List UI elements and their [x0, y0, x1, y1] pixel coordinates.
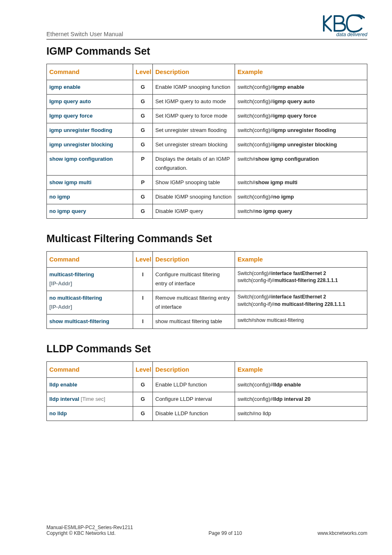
cell-description: Set unregister stream flooding — [153, 123, 235, 137]
cell-example: Switch(config)#interface fastEthernet 2s… — [235, 291, 367, 314]
cell-command: show igmp multi — [47, 176, 133, 190]
cell-command: no lldp — [47, 407, 133, 421]
cell-description: show multicast filtering table — [153, 314, 235, 329]
igmp-commands-table: Command Level Description Example igmp e… — [46, 64, 367, 219]
cell-command: Igmp query force — [47, 109, 133, 123]
cell-command: no igmp query — [47, 204, 133, 219]
logo-tagline: data delivered — [337, 32, 367, 37]
cell-command: igmp unregister flooding — [47, 123, 133, 137]
cell-level: I — [133, 314, 153, 329]
cell-level: P — [133, 176, 153, 190]
col-level: Level — [133, 252, 153, 268]
table-header-row: Command Level Description Example — [47, 362, 367, 378]
cell-level: G — [133, 80, 153, 94]
cell-command: lldp interval [Time sec] — [47, 392, 133, 407]
footer-page: Page 99 of 110 — [133, 525, 318, 536]
cell-description: Show IGMP snooping table — [153, 176, 235, 190]
cell-description: Enable LLDP function — [153, 377, 235, 392]
footer-left: Manual-ESML8P-PC2_Series-Rev1211 Copyrig… — [46, 525, 133, 536]
cell-command: Igmp query auto — [47, 94, 133, 109]
cell-example: switch(config)#igmp unregister flooding — [235, 123, 367, 137]
section-heading-mcast: Multicast Filtering Commands Set — [46, 233, 367, 245]
cell-level: I — [133, 267, 153, 291]
footer-copyright: Copyright © KBC Networks Ltd. — [46, 530, 115, 536]
cell-level: G — [133, 407, 153, 421]
cell-command: show igmp configuration — [47, 152, 133, 175]
table-row: no igmp queryGDisable IGMP queryswitch#n… — [47, 204, 367, 219]
cell-example: switch(config)#igmp query force — [235, 109, 367, 123]
cell-description: Disable IGMP query — [153, 204, 235, 219]
cell-description: Set IGMP query to force mode — [153, 109, 235, 123]
cell-level: G — [133, 392, 153, 407]
cell-description: Configure LLDP interval — [153, 392, 235, 407]
table-row: multicast-filtering[IP-Addr]IConfigure m… — [47, 267, 367, 291]
page-header: Ethernet Switch User Manual data deliver… — [46, 14, 367, 39]
table-row: igmp unregister blockingGSet unregister … — [47, 137, 367, 152]
cell-level: G — [133, 137, 153, 152]
cell-example: switch#show multicast-filtering — [235, 314, 367, 329]
table-row: igmp enableGEnable IGMP snooping functio… — [47, 80, 367, 94]
col-example: Example — [235, 252, 367, 268]
cell-example: switch(config)#igmp unregister blocking — [235, 137, 367, 152]
cell-example: switch#no igmp query — [235, 204, 367, 219]
cell-description: Set IGMP query to auto mode — [153, 94, 235, 109]
cell-level: G — [133, 109, 153, 123]
cell-description: Configure multicast filtering entry of i… — [153, 267, 235, 291]
table-row: no lldpGDisable LLDP functionswitch#no l… — [47, 407, 367, 421]
cell-description: Remove multicast filtering entry of inte… — [153, 291, 235, 314]
page-footer: Manual-ESML8P-PC2_Series-Rev1211 Copyrig… — [46, 525, 367, 536]
cell-example: switch#show igmp configuration — [235, 152, 367, 175]
footer-url: www.kbcnetworks.com — [318, 525, 367, 536]
section-heading-igmp: IGMP Commands Set — [46, 45, 367, 57]
table-row: no multicast-filtering[IP-Addr]IRemove m… — [47, 291, 367, 314]
col-command: Command — [47, 252, 133, 268]
cell-level: G — [133, 204, 153, 219]
mcast-commands-table: Command Level Description Example multic… — [46, 251, 367, 329]
cell-description: Displays the details of an IGMP configur… — [153, 152, 235, 175]
col-description: Description — [153, 362, 235, 378]
cell-description: Disable LLDP function — [153, 407, 235, 421]
cell-command: lldp enable — [47, 377, 133, 392]
col-level: Level — [133, 64, 153, 80]
table-row: show igmp configurationPDisplays the det… — [47, 152, 367, 175]
cell-command: multicast-filtering[IP-Addr] — [47, 267, 133, 291]
table-row: show igmp multiPShow IGMP snooping table… — [47, 176, 367, 190]
col-description: Description — [153, 252, 235, 268]
table-row: igmp unregister floodingGSet unregister … — [47, 123, 367, 137]
cell-command: no igmp — [47, 190, 133, 204]
col-command: Command — [47, 64, 133, 80]
cell-example: switch(config)#no igmp — [235, 190, 367, 204]
table-header-row: Command Level Description Example — [47, 64, 367, 80]
col-command: Command — [47, 362, 133, 378]
cell-level: G — [133, 377, 153, 392]
lldp-commands-table: Command Level Description Example lldp e… — [46, 361, 367, 421]
cell-command: igmp enable — [47, 80, 133, 94]
cell-level: G — [133, 190, 153, 204]
cell-example: switch(config)#lldp interval 20 — [235, 392, 367, 407]
footer-page-number: Page 99 of 110 — [209, 530, 242, 536]
cell-level: P — [133, 152, 153, 175]
cell-level: I — [133, 291, 153, 314]
section-heading-lldp: LLDP Commands Set — [46, 343, 367, 355]
col-example: Example — [235, 362, 367, 378]
cell-command: no multicast-filtering[IP-Addr] — [47, 291, 133, 314]
cell-example: switch#no lldp — [235, 407, 367, 421]
manual-title: Ethernet Switch User Manual — [46, 31, 123, 37]
cell-example: switch(config)#lldp enable — [235, 377, 367, 392]
col-level: Level — [133, 362, 153, 378]
table-row: Igmp query autoGSet IGMP query to auto m… — [47, 94, 367, 109]
table-row: lldp enableGEnable LLDP functionswitch(c… — [47, 377, 367, 392]
col-description: Description — [153, 64, 235, 80]
cell-description: Disable IGMP snooping function — [153, 190, 235, 204]
col-example: Example — [235, 64, 367, 80]
table-row: no igmpGDisable IGMP snooping functionsw… — [47, 190, 367, 204]
cell-command: igmp unregister blocking — [47, 137, 133, 152]
table-row: lldp interval [Time sec]GConfigure LLDP … — [47, 392, 367, 407]
cell-command: show multicast-filtering — [47, 314, 133, 329]
cell-example: Switch(config)#interface fastEthernet 2s… — [235, 267, 367, 291]
cell-example: switch#show igmp multi — [235, 176, 367, 190]
table-row: Igmp query forceGSet IGMP query to force… — [47, 109, 367, 123]
footer-manual-rev: Manual-ESML8P-PC2_Series-Rev1211 — [46, 525, 133, 530]
logo: data delivered — [322, 14, 367, 37]
cell-level: G — [133, 94, 153, 109]
